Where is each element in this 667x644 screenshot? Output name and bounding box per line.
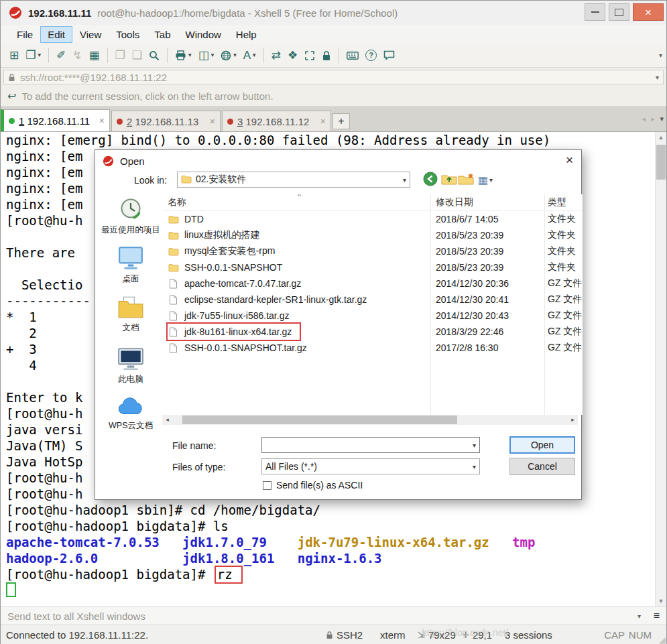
dialog-title-bar[interactable]: Open: [95, 150, 581, 172]
file-row[interactable]: SSH-0.0.1-SNAPSHOT2018/5/23 20:39文件夹: [162, 259, 583, 275]
file-row[interactable]: eclipse-standard-kepler-SR1-linux-gtk.ta…: [162, 292, 583, 308]
file-row[interactable]: jdk-7u55-linux-i586.tar.gz2014/12/30 20:…: [162, 308, 583, 324]
terminal-text: -----------: [6, 294, 90, 308]
look-in-combo[interactable]: 02.安装软件 ▾: [177, 172, 410, 188]
folder-icon: [168, 231, 179, 240]
lock-screen-button[interactable]: [318, 48, 335, 63]
cancel-button[interactable]: Cancel: [509, 458, 575, 475]
file-row-main: jdk-7u55-linux-i586.tar.gz: [168, 308, 289, 324]
menu-item-tab[interactable]: Tab: [147, 27, 177, 42]
fullscreen-button[interactable]: [301, 48, 318, 63]
open-session-button[interactable]: ❐▾: [22, 48, 44, 63]
file-transfer-button[interactable]: ⇄: [268, 48, 284, 63]
place-recent[interactable]: 最近使用的项目: [101, 196, 161, 246]
print-icon: [175, 50, 186, 60]
hscroll-thumb[interactable]: [182, 415, 457, 424]
scrollbar-thumb[interactable]: [656, 145, 666, 180]
send-text-bar: Send text to all Xshell windows ▾ ≡: [1, 606, 666, 625]
close-button[interactable]: ×: [633, 3, 664, 21]
find-button[interactable]: [145, 48, 163, 63]
menu-item-help[interactable]: Help: [229, 27, 263, 42]
session-manager-button[interactable]: ▦: [86, 48, 103, 63]
toolbar-overflow-icon[interactable]: ▾: [659, 52, 662, 59]
place-documents[interactable]: 文档: [101, 296, 161, 346]
virtual-keyboard-button[interactable]: [343, 50, 362, 62]
file-row[interactable]: DTD2018/6/7 14:05文件夹: [162, 211, 583, 227]
place-label: 桌面: [123, 273, 139, 285]
place-cloud[interactable]: WPS云文档: [101, 397, 161, 447]
file-row-main: jdk-8u161-linux-x64.tar.gz: [168, 324, 300, 340]
file-list-hscrollbar[interactable]: ◂ ▸: [162, 415, 578, 425]
file-row[interactable]: apache-tomcat-7.0.47.tar.gz2014/12/30 20…: [162, 275, 583, 292]
ascii-checkbox[interactable]: [263, 481, 271, 490]
help-button[interactable]: ?: [362, 48, 380, 63]
resize-grip[interactable]: ◢: [659, 635, 666, 644]
terminal-text: [267, 535, 298, 550]
menu-item-view[interactable]: View: [73, 27, 108, 42]
file-row[interactable]: SSH-0.0.1-SNAPSHOT.tar.gz2017/2/8 16:30G…: [162, 340, 583, 356]
new-window-button[interactable]: ❖: [284, 48, 301, 63]
view-menu-button[interactable]: ▦ ▾: [475, 172, 496, 188]
web-browser-button[interactable]: ▾: [217, 48, 240, 63]
file-name-caret-icon[interactable]: ▾: [473, 442, 476, 449]
new-folder-button[interactable]: [458, 172, 474, 188]
properties-button[interactable]: ✐: [53, 48, 69, 63]
column-date[interactable]: 修改日期: [436, 194, 473, 210]
menu-item-file[interactable]: File: [10, 27, 40, 42]
send-bar-menu-icon[interactable]: ≡: [654, 610, 660, 622]
column-name[interactable]: 名称: [168, 194, 186, 210]
session-tab-192.168.11.13[interactable]: 2 192.168.11.13×: [111, 111, 221, 131]
column-type[interactable]: 类型: [548, 194, 566, 210]
dialog-close-icon[interactable]: ×: [566, 153, 573, 166]
address-dropdown-icon[interactable]: ▾: [656, 74, 659, 81]
hscroll-left-icon[interactable]: ◂: [162, 415, 172, 425]
new-tab-button[interactable]: +: [332, 113, 350, 129]
toolbar-separator: [263, 48, 264, 63]
maximize-button[interactable]: [609, 3, 629, 21]
file-name-input[interactable]: ▾: [261, 437, 480, 453]
combo-caret-icon[interactable]: ▾: [403, 176, 406, 184]
file-row[interactable]: linux虚拟机的搭建2018/5/23 20:39文件夹: [162, 227, 583, 243]
tab-close-icon[interactable]: ×: [210, 116, 215, 127]
send-bar-caret-icon[interactable]: ▾: [638, 613, 641, 620]
tab-scroll-left-icon[interactable]: ◂: [642, 115, 646, 123]
files-of-type-select[interactable]: All Files (*.*) ▾: [261, 458, 480, 474]
open-session-icon: ❐: [25, 50, 36, 61]
minimize-button[interactable]: [585, 3, 605, 21]
session-tab-192.168.11.12[interactable]: 3 192.168.11.12×: [222, 111, 331, 131]
file-type: 文件夹: [548, 243, 576, 259]
open-button[interactable]: Open: [509, 436, 575, 454]
message-button[interactable]: [380, 48, 398, 62]
session-tab-192.168.11.11[interactable]: 1 192.168.11.11×: [1, 109, 110, 131]
file-name: mysql全套安装包-rpm: [184, 245, 275, 257]
print-button[interactable]: ▾: [172, 48, 195, 62]
screen-capture-button[interactable]: ◫▾: [195, 48, 218, 63]
new-session-button[interactable]: ⊞: [6, 48, 22, 63]
place-computer[interactable]: 此电脑: [101, 346, 161, 397]
back-icon: [423, 172, 438, 188]
place-desktop[interactable]: 桌面: [101, 246, 161, 296]
tab-close-icon[interactable]: ×: [320, 116, 326, 127]
tab-scroll-right-icon[interactable]: ▸: [651, 115, 655, 123]
menu-item-edit[interactable]: Edit: [41, 27, 72, 42]
sort-ascending-icon: ^: [298, 194, 301, 200]
address-field[interactable]: ssh://root:****@192.168.11.11:22 ▾: [3, 70, 664, 84]
font-button[interactable]: A▾: [240, 48, 259, 63]
tab-menu-icon[interactable]: ▾: [660, 115, 664, 123]
file-name: SSH-0.0.1-SNAPSHOT.tar.gz: [184, 342, 307, 353]
up-one-level-button[interactable]: [441, 172, 457, 188]
terminal-text: nginx: [em: [6, 181, 82, 196]
hscroll-right-icon[interactable]: ▸: [568, 415, 578, 425]
terminal-text: nginx-1.6.3: [298, 551, 382, 566]
file-row[interactable]: jdk-8u161-linux-x64.tar.gz2018/3/29 22:4…: [162, 324, 583, 340]
terminal-scrollbar[interactable]: ▲ ▼: [655, 132, 666, 606]
tab-label: 3 192.168.11.12: [237, 116, 309, 127]
menu-item-window[interactable]: Window: [179, 27, 228, 42]
tab-close-icon[interactable]: ×: [99, 115, 105, 126]
files-of-type-caret-icon[interactable]: ▾: [473, 463, 476, 470]
scroll-down-icon[interactable]: ▼: [656, 596, 666, 606]
scroll-up-icon[interactable]: ▲: [656, 132, 666, 143]
menu-item-tools[interactable]: Tools: [109, 27, 146, 42]
back-button[interactable]: [422, 172, 438, 188]
file-row[interactable]: mysql全套安装包-rpm2018/5/23 20:39文件夹: [162, 243, 583, 259]
